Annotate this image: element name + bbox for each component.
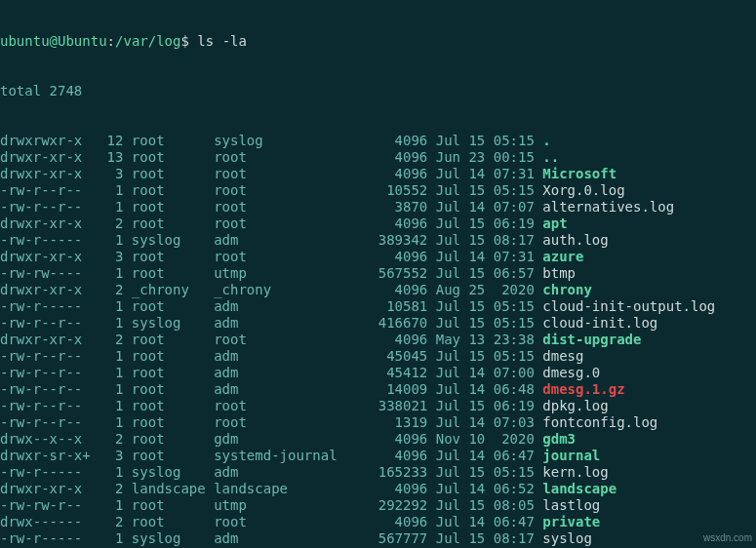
row-meta: -rw-r--r-- 1 root adm 14009 Jul 14 06:48 — [0, 381, 542, 397]
file-name: dist-upgrade — [542, 332, 641, 347]
file-name: . — [542, 133, 550, 148]
listing-row: -rw-r----- 1 syslog adm 389342 Jul 15 08… — [0, 232, 756, 249]
listing-row: drwx------ 2 root root 4096 Jul 14 06:47… — [0, 514, 756, 530]
row-meta: -rw-r--r-- 1 root root 10552 Jul 15 05:1… — [0, 182, 542, 198]
listing-row: drwxr-xr-x 2 root root 4096 Jul 15 06:19… — [0, 215, 756, 232]
row-meta: -rw-r--r-- 1 root adm 45412 Jul 14 07:00 — [0, 365, 542, 380]
prompt-dollar: $ — [180, 33, 188, 49]
row-meta: -rw-r--r-- 1 root adm 45045 Jul 15 05:15 — [0, 348, 542, 364]
row-meta: drwxr-xr-x 2 root root 4096 May 13 23:38 — [0, 332, 542, 347]
file-name: apt — [542, 215, 567, 231]
file-name: dmesg — [542, 348, 583, 364]
listing-row: -rw-r--r-- 1 root root 1319 Jul 14 07:03… — [0, 414, 756, 431]
listing-row: drwxr-xr-x 13 root root 4096 Jun 23 00:1… — [0, 149, 756, 166]
listing-row: -rw-r--r-- 1 root root 3870 Jul 14 07:07… — [0, 199, 756, 215]
file-name: dpkg.log — [542, 398, 608, 413]
listing-row: -rw-rw-r-- 1 root utmp 292292 Jul 15 08:… — [0, 497, 756, 514]
listing-row: -rw-r----- 1 syslog adm 567777 Jul 15 08… — [0, 530, 756, 547]
listing-row: drwxr-xr-x 3 root root 4096 Jul 14 07:31… — [0, 249, 756, 265]
listing-row: -rw-r--r-- 1 root adm 45045 Jul 15 05:15… — [0, 348, 756, 365]
row-meta: -rw-rw---- 1 root utmp 567552 Jul 15 06:… — [0, 265, 542, 281]
prompt-user: ubuntu — [0, 33, 50, 49]
command-input[interactable]: ls -la — [189, 33, 247, 49]
row-meta: drwx------ 2 root root 4096 Jul 14 06:47 — [0, 514, 542, 529]
row-meta: -rw-rw-r-- 1 root utmp 292292 Jul 15 08:… — [0, 497, 542, 513]
row-meta: drwxr-xr-x 2 landscape landscape 4096 Ju… — [0, 481, 542, 496]
listing-row: -rw-r----- 1 root adm 10581 Jul 15 05:15… — [0, 298, 756, 315]
terminal-window[interactable]: ubuntu@Ubuntu:/var/log$ ls -la total 274… — [0, 0, 756, 548]
listing-row: -rw-r----- 1 syslog adm 165233 Jul 15 05… — [0, 464, 756, 481]
row-meta: -rw-r--r-- 1 root root 3870 Jul 14 07:07 — [0, 199, 542, 215]
row-meta: drwxr-xr-x 3 root root 4096 Jul 14 07:31 — [0, 249, 542, 264]
file-name: Microsoft — [542, 166, 617, 181]
listing-row: drwx--x--x 2 root gdm 4096 Nov 10 2020 g… — [0, 431, 756, 448]
row-meta: drwxr-xr-x 2 root root 4096 Jul 15 06:19 — [0, 215, 542, 231]
file-name: journal — [542, 448, 600, 463]
row-meta: -rw-r--r-- 1 root root 338021 Jul 15 06:… — [0, 398, 542, 413]
file-name: dmesg.1.gz — [542, 381, 624, 397]
row-meta: drwxrwxr-x 12 root syslog 4096 Jul 15 05… — [0, 133, 542, 148]
file-name: auth.log — [542, 232, 608, 248]
listing-row: drwxr-xr-x 2 root root 4096 May 13 23:38… — [0, 332, 756, 348]
file-name: kern.log — [542, 464, 608, 480]
file-name: gdm3 — [542, 431, 576, 447]
file-name: fontconfig.log — [542, 414, 657, 430]
listing-row: drwxr-xr-x 2 _chrony _chrony 4096 Aug 25… — [0, 282, 756, 298]
file-name: lastlog — [542, 497, 600, 513]
prompt-line: ubuntu@Ubuntu:/var/log$ ls -la — [0, 33, 756, 50]
file-name: chrony — [542, 282, 592, 297]
file-name: alternatives.log — [542, 199, 674, 215]
row-meta: -rw-r--r-- 1 root root 1319 Jul 14 07:03 — [0, 414, 542, 430]
total-line: total 2748 — [0, 83, 756, 99]
file-name: landscape — [542, 481, 617, 496]
prompt-at: @ — [50, 33, 58, 49]
file-name: azure — [542, 249, 583, 264]
prompt-host: Ubuntu — [58, 33, 107, 49]
row-meta: drwxr-xr-x 13 root root 4096 Jun 23 00:1… — [0, 149, 542, 165]
file-listing: drwxrwxr-x 12 root syslog 4096 Jul 15 05… — [0, 133, 756, 548]
row-meta: drwxr-sr-x+ 3 root systemd-journal 4096 … — [0, 448, 542, 463]
listing-row: -rw-r--r-- 1 root root 338021 Jul 15 06:… — [0, 398, 756, 414]
prompt-path: /var/log — [115, 33, 180, 49]
file-name: .. — [542, 149, 559, 165]
row-meta: -rw-r----- 1 syslog adm 389342 Jul 15 08… — [0, 232, 542, 248]
listing-row: drwxr-xr-x 2 landscape landscape 4096 Ju… — [0, 481, 756, 497]
listing-row: -rw-rw---- 1 root utmp 567552 Jul 15 06:… — [0, 265, 756, 282]
file-name: cloud-init-output.log — [542, 298, 715, 314]
row-meta: drwxr-xr-x 2 _chrony _chrony 4096 Aug 25… — [0, 282, 542, 297]
watermark: wsxdn.com — [703, 529, 752, 546]
listing-row: -rw-r--r-- 1 root adm 14009 Jul 14 06:48… — [0, 381, 756, 398]
prompt-colon: : — [107, 33, 115, 49]
file-name: Xorg.0.log — [542, 182, 624, 198]
listing-row: -rw-r--r-- 1 syslog adm 416670 Jul 15 05… — [0, 315, 756, 332]
file-name: syslog — [542, 530, 592, 546]
row-meta: drwxr-xr-x 3 root root 4096 Jul 14 07:31 — [0, 166, 542, 181]
listing-row: drwxr-xr-x 3 root root 4096 Jul 14 07:31… — [0, 166, 756, 182]
file-name: private — [542, 514, 600, 529]
row-meta: -rw-r----- 1 root adm 10581 Jul 15 05:15 — [0, 298, 542, 314]
file-name: cloud-init.log — [542, 315, 657, 331]
file-name: btmp — [542, 265, 576, 281]
row-meta: drwx--x--x 2 root gdm 4096 Nov 10 2020 — [0, 431, 542, 447]
listing-row: -rw-r--r-- 1 root adm 45412 Jul 14 07:00… — [0, 365, 756, 381]
file-name: dmesg.0 — [542, 365, 600, 380]
listing-row: drwxrwxr-x 12 root syslog 4096 Jul 15 05… — [0, 133, 756, 149]
row-meta: -rw-r----- 1 syslog adm 165233 Jul 15 05… — [0, 464, 542, 480]
row-meta: -rw-r--r-- 1 syslog adm 416670 Jul 15 05… — [0, 315, 542, 331]
row-meta: -rw-r----- 1 syslog adm 567777 Jul 15 08… — [0, 530, 542, 546]
listing-row: -rw-r--r-- 1 root root 10552 Jul 15 05:1… — [0, 182, 756, 199]
listing-row: drwxr-sr-x+ 3 root systemd-journal 4096 … — [0, 448, 756, 464]
